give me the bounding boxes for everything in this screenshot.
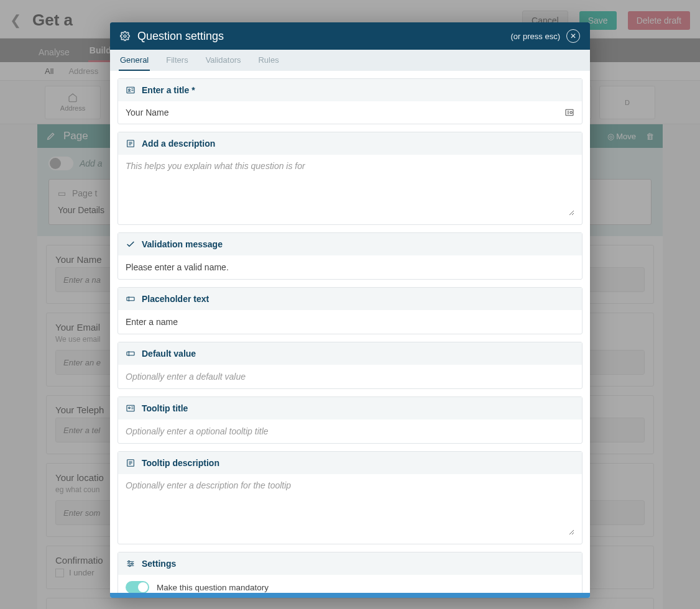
section-placeholder: Placeholder text bbox=[117, 287, 583, 334]
question-settings-modal: Question settings (or press esc) ✕ Gener… bbox=[110, 22, 590, 598]
svg-rect-6 bbox=[127, 297, 134, 300]
svg-point-11 bbox=[128, 561, 130, 562]
tooltip-title-input[interactable] bbox=[126, 426, 574, 436]
section-description: Add a description bbox=[117, 132, 583, 225]
paragraph-icon bbox=[126, 139, 136, 149]
section-tooltip-desc: Tooltip description bbox=[117, 451, 583, 544]
esc-hint: (or press esc) bbox=[511, 32, 560, 41]
tab-rules[interactable]: Rules bbox=[257, 50, 280, 71]
close-icon[interactable]: ✕ bbox=[566, 29, 580, 43]
field-type-icon[interactable] bbox=[564, 108, 574, 117]
svg-rect-8 bbox=[127, 405, 134, 411]
mandatory-toggle[interactable] bbox=[126, 581, 149, 593]
modal-header: Question settings (or press esc) ✕ bbox=[110, 22, 590, 50]
id-card-icon bbox=[126, 403, 136, 413]
modal-title: Question settings bbox=[137, 30, 224, 43]
paragraph-icon bbox=[126, 458, 136, 468]
tab-validators[interactable]: Validators bbox=[205, 50, 242, 71]
modal-tabs: General Filters Validators Rules bbox=[110, 50, 590, 71]
section-settings: Settings Make this question mandatory bbox=[117, 552, 583, 593]
tab-filters[interactable]: Filters bbox=[165, 50, 189, 71]
tooltip-desc-input[interactable] bbox=[126, 480, 574, 535]
textbox-icon bbox=[126, 349, 136, 359]
default-value-input[interactable] bbox=[126, 372, 574, 382]
section-tooltip-title: Tooltip title bbox=[117, 396, 583, 444]
sliders-icon bbox=[126, 559, 136, 569]
gear-icon bbox=[120, 31, 130, 41]
svg-point-12 bbox=[131, 563, 133, 565]
section-title: Enter a title * bbox=[117, 78, 583, 124]
description-input[interactable] bbox=[126, 161, 574, 216]
section-default: Default value bbox=[117, 342, 583, 389]
svg-rect-7 bbox=[127, 352, 134, 355]
tab-general[interactable]: General bbox=[119, 50, 150, 71]
svg-rect-1 bbox=[127, 87, 134, 93]
mandatory-label: Make this question mandatory bbox=[157, 583, 269, 592]
textbox-icon bbox=[126, 294, 136, 304]
placeholder-input[interactable] bbox=[126, 317, 574, 327]
svg-point-13 bbox=[129, 565, 131, 567]
svg-point-9 bbox=[129, 407, 131, 409]
svg-point-4 bbox=[570, 111, 572, 113]
check-icon bbox=[126, 239, 136, 249]
title-input[interactable] bbox=[126, 108, 558, 117]
validation-input[interactable] bbox=[126, 262, 574, 272]
svg-point-0 bbox=[124, 35, 126, 37]
section-validation: Validation message bbox=[117, 232, 583, 280]
svg-point-2 bbox=[129, 89, 131, 91]
id-card-icon bbox=[126, 85, 136, 95]
modal-bottom-bar bbox=[110, 593, 590, 598]
